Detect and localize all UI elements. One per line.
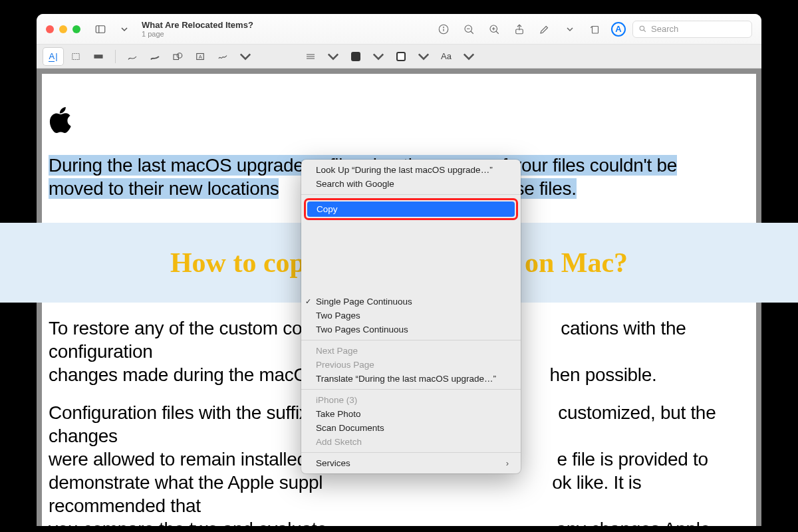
markup-toggle-button[interactable]: A	[611, 22, 626, 37]
zoom-out-button[interactable]	[460, 20, 478, 39]
ctx-search-google[interactable]: Search with Google	[301, 177, 521, 191]
ctx-scan-documents[interactable]: Scan Documents	[301, 421, 521, 435]
markup-toolbar: A| A Aa	[37, 45, 761, 68]
svg-line-9	[496, 31, 499, 34]
search-field[interactable]: Search	[632, 21, 752, 38]
document-title-block: What Are Relocated Items? 1 page	[142, 20, 253, 38]
ctx-separator	[301, 194, 521, 195]
highlight-button[interactable]	[535, 20, 554, 39]
document-title: What Are Relocated Items?	[142, 20, 253, 30]
ctx-add-sketch: Add Sketch	[301, 435, 521, 449]
line-style-tool[interactable]	[301, 48, 321, 65]
ctx-two-pages[interactable]: Two Pages	[301, 309, 521, 323]
ctx-lookup[interactable]: Look Up “During the last macOS upgrade…”	[301, 163, 521, 177]
ctx-two-pages-continuous[interactable]: Two Pages Continuous	[301, 323, 521, 336]
context-menu: Look Up “During the last macOS upgrade…”…	[301, 160, 521, 473]
close-window-button[interactable]	[46, 25, 54, 33]
shapes-tool[interactable]	[168, 48, 188, 65]
sign-tool[interactable]	[213, 48, 233, 65]
draw-tool[interactable]	[145, 48, 165, 65]
ctx-single-page-continuous[interactable]: ✓Single Page Continuous	[301, 295, 521, 309]
share-button[interactable]	[510, 20, 529, 39]
page-count-label: 1 page	[142, 30, 253, 38]
svg-rect-0	[96, 25, 105, 33]
sidebar-toggle-button[interactable]	[91, 20, 110, 39]
ctx-services[interactable]: Services›	[301, 456, 521, 470]
ctx-separator	[301, 452, 521, 453]
ctx-translate[interactable]: Translate “During the last macOS upgrade…	[301, 372, 521, 386]
titlebar: What Are Relocated Items? 1 page A Searc…	[37, 14, 761, 45]
svg-point-4	[444, 27, 444, 27]
selected-text-line2b: se files.	[515, 178, 576, 199]
zoom-in-button[interactable]	[485, 20, 503, 39]
sketch-tool[interactable]	[122, 48, 142, 65]
check-icon: ✓	[305, 297, 311, 306]
search-placeholder: Search	[651, 24, 678, 34]
rect-selection-tool[interactable]	[66, 48, 86, 65]
fill-color-chevron[interactable]	[414, 48, 434, 65]
ctx-separator	[301, 340, 521, 340]
svg-line-15	[644, 30, 646, 32]
fill-color-tool[interactable]	[391, 48, 411, 65]
ctx-copy[interactable]: Copy	[307, 201, 515, 217]
sign-menu-chevron[interactable]	[235, 48, 255, 65]
search-icon	[638, 25, 647, 33]
line-style-chevron[interactable]	[323, 48, 343, 65]
svg-line-6	[471, 31, 473, 34]
highlight-menu-chevron[interactable]	[561, 20, 579, 39]
ctx-copy-highlight-frame: Copy	[304, 198, 518, 220]
info-button[interactable]	[434, 20, 453, 39]
svg-rect-16	[72, 53, 80, 59]
font-style-tool[interactable]: Aa	[436, 48, 456, 65]
svg-point-19	[177, 53, 182, 58]
font-style-chevron[interactable]	[459, 48, 479, 65]
markup-icon: A	[615, 24, 621, 34]
text-tool[interactable]: A	[190, 48, 210, 65]
text-selection-tool[interactable]: A|	[43, 48, 63, 65]
ctx-previous-page: Previous Page	[301, 358, 521, 372]
traffic-lights	[46, 25, 80, 33]
ctx-next-page: Next Page	[301, 344, 521, 358]
svg-point-14	[640, 26, 644, 31]
svg-rect-17	[94, 55, 102, 58]
svg-rect-13	[593, 26, 598, 33]
titlebar-actions: A Search	[434, 20, 752, 39]
ctx-iphone-header: iPhone (3)	[301, 393, 521, 407]
ctx-separator	[301, 389, 521, 390]
stroke-color-chevron[interactable]	[368, 48, 388, 65]
redact-tool[interactable]	[88, 48, 108, 65]
view-menu-chevron[interactable]	[115, 20, 134, 39]
apple-logo-icon	[49, 107, 71, 134]
stroke-color-tool[interactable]	[346, 48, 366, 65]
zoom-window-button[interactable]	[72, 25, 80, 33]
chevron-right-icon: ›	[506, 458, 509, 468]
ctx-take-photo[interactable]: Take Photo	[301, 407, 521, 421]
svg-text:A: A	[199, 54, 202, 60]
selected-text-line2a: moved to their new locations	[49, 178, 279, 199]
rotate-button[interactable]	[586, 20, 604, 39]
minimize-window-button[interactable]	[59, 25, 67, 33]
